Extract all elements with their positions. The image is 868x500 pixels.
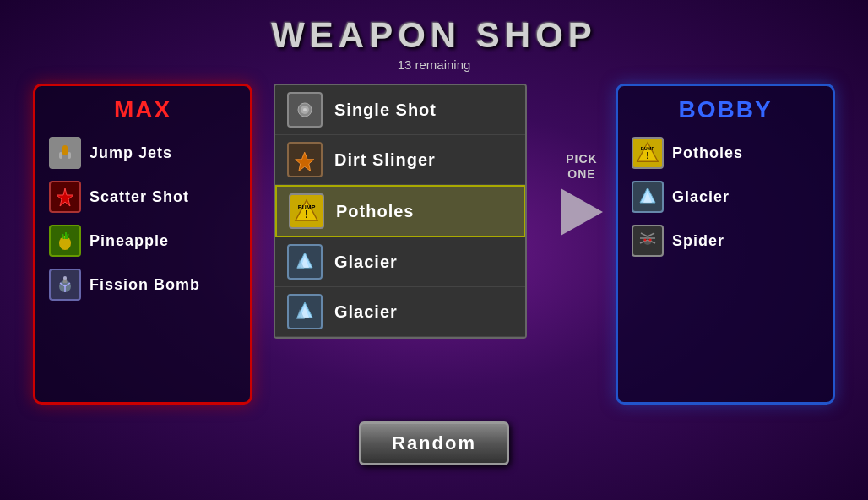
svg-rect-2 — [59, 152, 62, 159]
bobby-potholes-label: Potholes — [672, 144, 743, 162]
svg-rect-3 — [68, 152, 71, 159]
svg-marker-4 — [57, 188, 73, 206]
remaining-count: 13 remaining — [271, 57, 597, 72]
page-header: WEAPON SHOP 13 remaining — [271, 15, 597, 72]
page-title: WEAPON SHOP — [271, 15, 597, 56]
svg-text:BUMP: BUMP — [298, 204, 316, 210]
shop-list: Single Shot Dirt Slinger ! BUMP — [274, 84, 527, 339]
pineapple-icon — [49, 225, 81, 257]
bobby-item-spider[interactable]: Spider — [627, 221, 824, 260]
glacier-1-label: Glacier — [334, 253, 398, 272]
random-button[interactable]: Random — [359, 421, 509, 465]
dirt-slinger-icon — [287, 142, 323, 177]
single-shot-label: Single Shot — [334, 101, 437, 120]
fission-bomb-label: Fission Bomb — [90, 276, 200, 294]
max-name: MAX — [44, 96, 241, 123]
glacier-2-icon — [287, 294, 323, 329]
bobby-spider-label: Spider — [672, 232, 724, 250]
potholes-icon: ! BUMP — [289, 193, 324, 229]
bobby-item-glacier[interactable]: Glacier — [627, 177, 824, 216]
shop-item-single-shot[interactable]: Single Shot — [275, 85, 525, 135]
bobby-glacier-label: Glacier — [672, 188, 730, 206]
arrow-right-icon — [561, 188, 603, 236]
svg-line-38 — [648, 233, 654, 236]
fission-bomb-icon — [49, 269, 81, 301]
pick-area: PICKONE — [548, 151, 616, 236]
bobby-spider-icon — [632, 225, 664, 257]
pineapple-label: Pineapple — [90, 232, 169, 250]
max-panel: MAX Jump Jets Scatter Shot — [33, 84, 252, 405]
glacier-2-label: Glacier — [334, 302, 398, 322]
shop-container: Single Shot Dirt Slinger ! BUMP — [269, 84, 531, 339]
max-item-scatter-shot[interactable]: Scatter Shot — [44, 177, 241, 216]
svg-point-17 — [303, 108, 307, 111]
shop-item-dirt-slinger[interactable]: Dirt Slinger — [275, 135, 525, 185]
scatter-shot-label: Scatter Shot — [90, 188, 189, 206]
scatter-shot-icon — [49, 181, 81, 213]
bobby-potholes-icon: ! BUMP — [632, 137, 664, 169]
svg-text:!: ! — [305, 209, 308, 220]
jump-jets-icon — [49, 137, 81, 169]
max-item-fission-bomb[interactable]: Fission Bomb — [44, 265, 241, 304]
shop-item-potholes[interactable]: ! BUMP Potholes — [275, 185, 525, 237]
svg-marker-18 — [296, 152, 314, 171]
svg-point-41 — [644, 239, 647, 242]
svg-text:BUMP: BUMP — [641, 146, 655, 151]
max-item-jump-jets[interactable]: Jump Jets — [44, 133, 241, 172]
svg-point-42 — [649, 239, 652, 242]
svg-text:!: ! — [646, 151, 648, 160]
main-layout: MAX Jump Jets Scatter Shot — [0, 84, 868, 405]
bobby-glacier-icon — [632, 181, 664, 213]
max-item-pineapple[interactable]: Pineapple — [44, 221, 241, 260]
single-shot-icon — [287, 92, 323, 128]
bobby-name: BOBBY — [627, 96, 824, 123]
jump-jets-label: Jump Jets — [90, 144, 172, 162]
potholes-label: Potholes — [336, 202, 414, 221]
pick-label: PICKONE — [566, 151, 597, 182]
glacier-1-icon — [287, 244, 323, 280]
dirt-slinger-label: Dirt Slinger — [334, 150, 436, 170]
svg-point-11 — [63, 276, 67, 280]
svg-line-35 — [641, 233, 648, 236]
bobby-item-potholes[interactable]: ! BUMP Potholes — [627, 133, 824, 172]
shop-item-glacier-2[interactable]: Glacier — [275, 287, 525, 337]
bobby-panel: BOBBY ! BUMP Potholes Glacier — [616, 84, 835, 405]
svg-rect-0 — [62, 145, 68, 155]
shop-item-glacier-1[interactable]: Glacier — [275, 237, 525, 287]
